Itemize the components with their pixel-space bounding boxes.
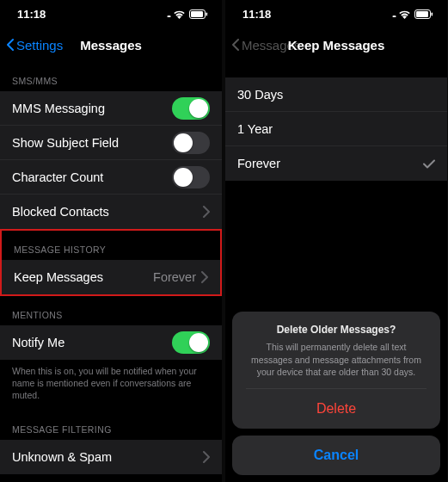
section-header-smsmms: SMS/MMS	[0, 62, 222, 91]
option-forever[interactable]: Forever	[225, 146, 447, 181]
chevron-right-icon	[201, 271, 208, 283]
option-30-days[interactable]: 30 Days	[225, 77, 447, 112]
row-label: MMS Messaging	[12, 102, 172, 115]
svg-rect-5	[432, 12, 433, 15]
nav-bar: Settings Messages	[0, 28, 222, 62]
status-icons: ....	[167, 9, 208, 19]
back-button[interactable]: Messages	[232, 38, 300, 53]
wifi-icon	[173, 9, 186, 19]
row-label: Notify Me	[12, 336, 172, 349]
row-value: Forever	[153, 270, 196, 284]
chevron-right-icon	[203, 206, 210, 218]
status-bar: 11:18 ....	[225, 0, 447, 28]
section-header-filtering: MESSAGE FILTERING	[0, 411, 222, 440]
toggle-notify[interactable]	[172, 331, 210, 354]
battery-icon	[189, 9, 208, 19]
battery-icon	[414, 9, 433, 19]
chevron-right-icon	[203, 451, 210, 463]
cancel-button[interactable]: Cancel	[232, 436, 440, 475]
delete-label: Delete	[316, 401, 356, 417]
option-label: 30 Days	[237, 88, 435, 102]
chevron-left-icon	[232, 39, 239, 51]
row-label: Blocked Contacts	[12, 205, 203, 219]
status-bar: 11:18 ....	[0, 0, 222, 28]
row-character-count[interactable]: Character Count	[0, 160, 222, 195]
alert-message: This will permanently delete all text me…	[246, 341, 427, 389]
alert-card: Delete Older Messages? This will permane…	[232, 312, 440, 429]
row-label: Character Count	[12, 170, 172, 184]
row-label: Unknown & Spam	[12, 450, 203, 464]
section-footer-mentions: When this is on, you will be notified wh…	[0, 360, 222, 405]
status-time: 11:18	[17, 8, 46, 21]
toggle-charcount[interactable]	[172, 166, 210, 188]
chevron-left-icon	[7, 39, 14, 51]
wifi-icon	[398, 9, 411, 19]
cellular-icon: ....	[392, 9, 395, 19]
back-label: Settings	[16, 38, 63, 53]
nav-bar: Messages Keep Messages	[225, 28, 447, 62]
row-show-subject[interactable]: Show Subject Field	[0, 126, 222, 160]
svg-rect-1	[191, 11, 203, 17]
delete-button[interactable]: Delete	[246, 389, 427, 429]
option-label: Forever	[237, 157, 423, 170]
back-button[interactable]: Settings	[7, 38, 63, 53]
action-sheet: Delete Older Messages? This will permane…	[225, 312, 447, 475]
row-notify-me[interactable]: Notify Me	[0, 325, 222, 360]
back-label: Messages	[242, 38, 300, 53]
row-mms-messaging[interactable]: MMS Messaging	[0, 91, 222, 126]
section-header-audio: AUDIO MESSAGES	[0, 479, 222, 482]
screenshot-settings-messages: 11:18 .... Settings Messages SMS/MMS MMS…	[0, 0, 222, 482]
svg-rect-4	[416, 11, 428, 17]
row-label: Show Subject Field	[12, 136, 172, 150]
option-1-year[interactable]: 1 Year	[225, 112, 447, 146]
checkmark-icon	[423, 159, 435, 169]
option-label: 1 Year	[237, 122, 435, 136]
svg-rect-2	[206, 12, 208, 15]
row-keep-messages[interactable]: Keep Messages Forever	[2, 260, 220, 294]
screenshot-keep-messages: 11:18 .... Messages Keep Messages 30 Day…	[225, 0, 447, 482]
section-header-history: MESSAGE HISTORY	[2, 231, 220, 260]
row-label: Keep Messages	[14, 270, 153, 284]
settings-list[interactable]: SMS/MMS MMS Messaging Show Subject Field…	[0, 62, 222, 482]
toggle-mms[interactable]	[172, 97, 210, 120]
section-header-mentions: MENTIONS	[0, 296, 222, 325]
toggle-subject[interactable]	[172, 132, 210, 154]
cellular-icon: ....	[167, 9, 169, 19]
status-time: 11:18	[242, 8, 271, 21]
alert-title: Delete Older Messages?	[246, 324, 427, 336]
row-blocked-contacts[interactable]: Blocked Contacts	[0, 195, 222, 229]
status-icons: ....	[392, 9, 433, 19]
row-unknown-spam[interactable]: Unknown & Spam	[0, 440, 222, 474]
cancel-label: Cancel	[314, 448, 359, 463]
